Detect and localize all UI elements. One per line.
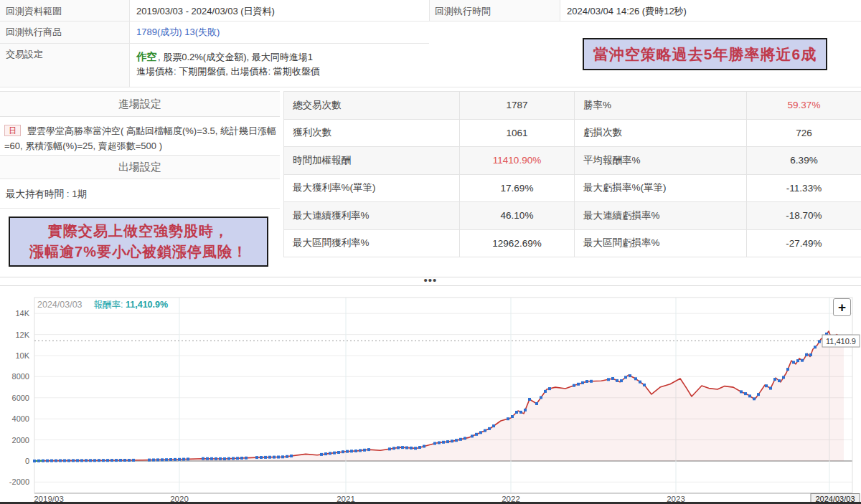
short-mode-label: 作空	[136, 51, 157, 62]
splitter-handle-icon: •••	[424, 278, 438, 282]
field-value-products: 1789(成功) 13(失敗)	[129, 21, 429, 43]
divider	[429, 0, 430, 21]
equity-curve-chart[interactable]: 14K12K10K80006000400020000-20002019/0320…	[0, 287, 861, 504]
svg-text:-2000: -2000	[9, 477, 29, 486]
stat-value: 17.69%	[460, 175, 575, 203]
stat-label: 平均報酬率%	[575, 147, 747, 175]
entry-strategy-item[interactable]: 日豐雲學堂高勝率當沖空( 高點回檔幅度(%)=3.5, 統計幾日漲幅=60, 累…	[0, 117, 280, 155]
stats-row: 最大區間獲利率%12962.69%最大區間虧損率%-27.49%	[284, 230, 861, 258]
divider	[0, 87, 861, 87]
stats-row: 最大獲利率%(單筆)17.69%最大虧損率%(單筆)-11.33%	[284, 175, 861, 203]
svg-text:12K: 12K	[15, 331, 29, 339]
field-label-data-range: 回測資料範圍	[0, 0, 129, 21]
svg-text:0: 0	[25, 457, 29, 465]
stat-label: 虧損次數	[575, 120, 747, 148]
svg-text:6000: 6000	[12, 394, 29, 402]
stat-label: 總交易次數	[284, 92, 460, 120]
exit-settings-header: 出場設定	[0, 155, 280, 179]
svg-text:4000: 4000	[12, 414, 29, 423]
stats-table: 總交易次數1787勝率%59.37%獲利次數1061虧損次數726時間加權報酬1…	[283, 91, 861, 257]
trade-settings-line1: 作空, 股票0.2%(成交金額), 最大同時進場1	[136, 49, 429, 65]
tooltip-value: 11,410.9%	[126, 300, 168, 310]
stat-label: 最大虧損率%(單筆)	[575, 175, 747, 203]
daily-frequency-badge: 日	[4, 125, 21, 136]
stat-value: 46.10%	[460, 202, 575, 230]
field-label-products: 回測執行商品	[0, 21, 129, 43]
svg-text:2000: 2000	[12, 436, 29, 444]
entry-settings-header: 進場設定	[0, 91, 280, 117]
stat-label: 最大獲利率%(單筆)	[284, 175, 460, 203]
max-hold-time: 最大持有時間 : 1期	[0, 179, 280, 209]
products-result-link[interactable]: 1789(成功) 13(失敗)	[136, 27, 220, 37]
stat-value: 726	[747, 120, 861, 148]
tooltip-series: 報酬率: 11,410.9%	[94, 300, 169, 310]
field-value-exec-time: 2024/03/04 14:26 (費時12秒)	[560, 0, 861, 21]
stat-label: 最大連續獲利率%	[284, 202, 460, 230]
divider	[560, 0, 560, 21]
stat-label: 最大連續虧損率%	[575, 202, 747, 230]
svg-text:14K: 14K	[15, 309, 29, 318]
stat-value: 11410.90%	[460, 147, 575, 175]
stats-row: 最大連續獲利率%46.10%最大連續虧損率%-18.70%	[284, 202, 861, 230]
stats-row: 獲利次數1061虧損次數726	[284, 120, 861, 148]
stat-value: 59.37%	[747, 92, 861, 120]
backtest-report-screen: 回測資料範圍 2019/03/03 - 2024/03/03 (日資料) 回測執…	[0, 0, 861, 504]
stat-value: 1787	[460, 92, 575, 120]
risk-banner-line1: 實際交易上做空強勢股時，	[29, 221, 248, 242]
stat-value: -27.49%	[747, 230, 861, 258]
field-label-exec-time: 回測執行時間	[429, 0, 560, 21]
stat-value: 1061	[460, 120, 575, 148]
trade-settings-line2: 進場價格: 下期開盤價, 出場價格: 當期收盤價	[136, 65, 429, 79]
field-label-trade-settings: 交易設定	[0, 43, 129, 87]
stat-value: 12962.69%	[460, 230, 575, 258]
risk-banner-line2: 漲幅逾7%要小心被鎖漲停風險！	[29, 242, 248, 262]
field-value-trade-settings: 作空, 股票0.2%(成交金額), 最大同時進場1 進場價格: 下期開盤價, 出…	[129, 43, 429, 87]
stat-label: 勝率%	[575, 92, 747, 120]
annotation-banner-risk: 實際交易上做空強勢股時， 漲幅逾7%要小心被鎖漲停風險！	[9, 217, 268, 267]
annotation-banner-winrate: 當沖空策略過去5年勝率將近6成	[583, 38, 827, 70]
strategy-description: 豐雲學堂高勝率當沖空( 高點回檔幅度(%)=3.5, 統計幾日漲幅=60, 累積…	[4, 125, 276, 151]
divider	[129, 0, 130, 87]
divider	[0, 43, 429, 44]
panel-splitter[interactable]: •••	[0, 277, 861, 286]
svg-text:11,410.9: 11,410.9	[826, 337, 856, 346]
stat-label: 獲利次數	[284, 120, 460, 148]
stat-label: 最大區間獲利率%	[284, 230, 460, 258]
stats-row: 時間加權報酬11410.90%平均報酬率%6.39%	[284, 147, 861, 175]
stat-value: -18.70%	[747, 202, 861, 230]
stats-row: 總交易次數1787勝率%59.37%	[284, 92, 861, 120]
field-value-data-range: 2019/03/03 - 2024/03/03 (日資料)	[129, 0, 429, 21]
tooltip-date: 2024/03/03	[37, 300, 83, 310]
stat-value: -11.33%	[747, 175, 861, 203]
chart-zoom-in-button[interactable]: +	[833, 298, 851, 316]
svg-text:10K: 10K	[15, 351, 29, 360]
chart-canvas: 14K12K10K80006000400020000-20002019/0320…	[0, 287, 861, 504]
stat-label: 最大區間虧損率%	[575, 230, 747, 258]
stat-label: 時間加權報酬	[284, 147, 460, 175]
stat-value: 6.39%	[747, 147, 861, 175]
chart-tooltip-legend: 2024/03/03報酬率: 11,410.9%	[37, 299, 168, 311]
svg-text:8000: 8000	[12, 372, 29, 381]
